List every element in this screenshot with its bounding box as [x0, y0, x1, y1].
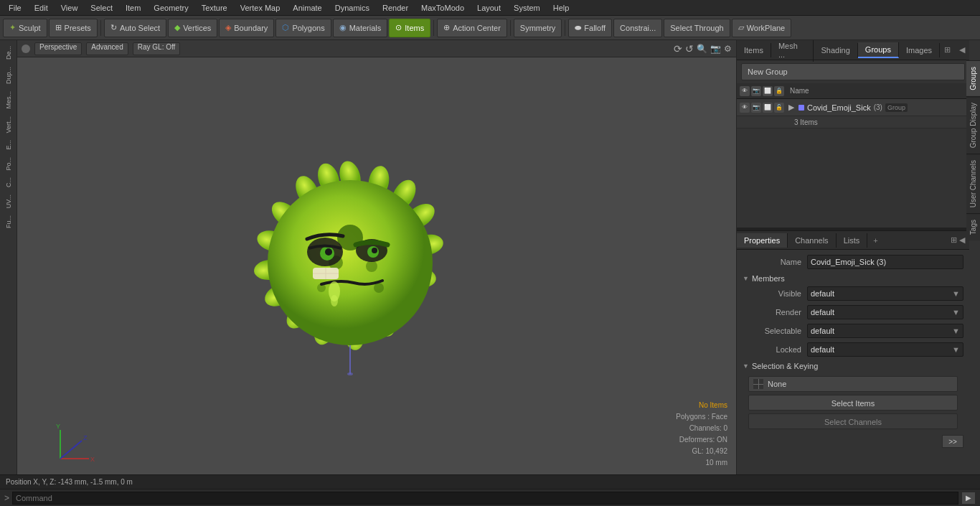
tab-collapse-icon[interactable]: ◀	[955, 42, 969, 57]
command-go-button[interactable]: ▶	[961, 492, 976, 505]
tab-images[interactable]: Images	[899, 43, 940, 57]
col-lock-icon[interactable]: 🔒	[774, 86, 784, 96]
workplane-button[interactable]: ▱ WorkPlane	[732, 19, 792, 37]
new-group-button[interactable]: New Group	[741, 63, 965, 80]
left-tab-5[interactable]: Po...	[4, 154, 14, 174]
menu-vertex-map[interactable]: Vertex Map	[235, 2, 286, 14]
auto-select-button[interactable]: ↻ Auto Select	[104, 19, 166, 37]
symmetry-button[interactable]: Symmetry	[514, 19, 562, 37]
col-visible-icon[interactable]: 👁	[740, 86, 750, 96]
menu-edit[interactable]: Edit	[29, 2, 54, 14]
expand-more-button[interactable]: >>	[942, 435, 963, 448]
menu-file[interactable]: File	[3, 2, 27, 14]
falloff-button[interactable]: ⬬ Falloff	[568, 19, 612, 37]
right-vtabs: Groups Group Display User Channels Tags	[966, 60, 980, 240]
viewport-settings-icon[interactable]: ⚙	[724, 44, 732, 54]
left-tab-0[interactable]: De...	[4, 43, 14, 62]
action-center-button[interactable]: ⊕ Action Center	[437, 19, 507, 37]
viewport-lock-icon[interactable]	[22, 44, 30, 53]
menu-help[interactable]: Help	[547, 2, 575, 14]
presets-button[interactable]: ⊞ Presets	[49, 19, 98, 37]
menu-maxtomodo[interactable]: MaxToModo	[415, 2, 470, 14]
command-input[interactable]	[12, 492, 958, 505]
select-through-button[interactable]: Select Through	[664, 19, 730, 37]
group-expand-icon[interactable]: ▶	[787, 103, 796, 112]
vtab-groups[interactable]: Groups	[966, 60, 980, 96]
select-items-button[interactable]: Select Items	[748, 395, 958, 411]
none-label: None	[768, 380, 786, 388]
members-section-header[interactable]: ▼ Members	[743, 274, 963, 283]
svg-text:Z: Z	[83, 434, 88, 441]
select-channels-button[interactable]: Select Channels	[748, 413, 958, 429]
col-icons: 👁 📷 ⬜ 🔒	[740, 86, 784, 96]
menu-texture[interactable]: Texture	[196, 2, 233, 14]
materials-icon: ◉	[339, 23, 347, 32]
name-row: Name	[743, 254, 963, 270]
left-tab-4[interactable]: E...	[4, 137, 14, 153]
left-tab-2[interactable]: Mes...	[4, 88, 14, 112]
left-tab-7[interactable]: UV...	[4, 192, 14, 211]
items-icon: ⊙	[395, 23, 402, 32]
menu-item[interactable]: Item	[120, 2, 146, 14]
workplane-icon: ▱	[738, 23, 744, 32]
col-selectable-icon[interactable]: ⬜	[763, 86, 773, 96]
left-tab-8[interactable]: Fu...	[4, 212, 14, 231]
viewport-reset-icon[interactable]: ↺	[685, 43, 694, 55]
props-tab-lists[interactable]: Lists	[837, 233, 868, 248]
none-button[interactable]: None	[748, 376, 958, 392]
viewport-camera-icon[interactable]: 📷	[710, 44, 721, 54]
name-input[interactable]	[807, 255, 963, 269]
tab-items[interactable]: Items	[737, 43, 771, 57]
left-tab-3[interactable]: Vert...	[4, 113, 14, 136]
tab-groups[interactable]: Groups	[858, 42, 899, 58]
vertices-button[interactable]: ◆ Vertices	[168, 19, 217, 37]
props-tab-channels[interactable]: Channels	[788, 233, 836, 248]
group-render-icon[interactable]: 📷	[751, 103, 761, 113]
vtab-tags[interactable]: Tags	[966, 213, 980, 240]
menu-view[interactable]: View	[55, 2, 84, 14]
raygl-button[interactable]: Ray GL: Off	[133, 42, 181, 55]
polygons-button[interactable]: ⬡ Polygons	[275, 19, 331, 37]
visible-select[interactable]: default ▼	[807, 286, 963, 301]
materials-button[interactable]: ◉ Materials	[333, 19, 388, 37]
menu-layout[interactable]: Layout	[471, 2, 507, 14]
perspective-button[interactable]: Perspective	[34, 42, 82, 55]
selectable-select[interactable]: default ▼	[807, 324, 963, 338]
constraints-button[interactable]: Constrai...	[613, 19, 662, 37]
group-lock-icon[interactable]: 🔓	[774, 103, 784, 113]
menu-dynamics[interactable]: Dynamics	[329, 2, 375, 14]
tab-shading[interactable]: Shading	[814, 43, 857, 57]
sel-keying-header[interactable]: ▼ Selection & Keying	[743, 362, 963, 370]
props-tab-properties[interactable]: Properties	[737, 233, 788, 248]
command-arrow-icon[interactable]: >	[4, 493, 9, 503]
boundary-button[interactable]: ◈ Boundary	[219, 19, 274, 37]
menu-system[interactable]: System	[508, 2, 546, 14]
props-tab-add[interactable]: +	[867, 233, 883, 248]
locked-select[interactable]: default ▼	[807, 342, 963, 357]
sculpt-button[interactable]: ✦ Sculpt	[3, 19, 47, 37]
viewport-search-icon[interactable]: 🔍	[697, 44, 707, 54]
render-select[interactable]: default ▼	[807, 305, 963, 319]
menu-render[interactable]: Render	[377, 2, 414, 14]
viewport-3d[interactable]: No Items Polygons : Face Channels: 0 Def…	[17, 57, 736, 474]
group-visible-icon[interactable]: 👁	[740, 103, 750, 113]
items-button[interactable]: ⊙ Items	[389, 19, 430, 37]
svg-point-43	[331, 295, 338, 306]
advanced-button[interactable]: Advanced	[86, 42, 128, 55]
viewport-rotate-icon[interactable]: ⟳	[674, 43, 682, 55]
col-render-icon[interactable]: 📷	[751, 86, 761, 96]
tab-expand-icon[interactable]: ⊞	[940, 42, 955, 57]
vtab-user-channels[interactable]: User Channels	[966, 154, 980, 213]
menu-select[interactable]: Select	[85, 2, 118, 14]
menu-geometry[interactable]: Geometry	[148, 2, 194, 14]
toolbar-sep-4	[565, 20, 565, 36]
vtab-group-display[interactable]: Group Display	[966, 96, 980, 154]
group-selectable-icon[interactable]: ⬜	[763, 103, 773, 113]
props-tabs: Properties Channels Lists + ⊞ ◀	[737, 231, 969, 250]
group-row-covid[interactable]: 👁 📷 ⬜ 🔓 ▶ Covid_Emoji_Sick (3) Group	[737, 99, 969, 116]
tab-mesh[interactable]: Mesh ...	[771, 40, 814, 62]
left-tab-6[interactable]: C...	[4, 174, 14, 190]
left-tab-1[interactable]: Dup...	[4, 64, 14, 87]
render-row: Render default ▼	[743, 304, 963, 320]
menu-animate[interactable]: Animate	[287, 2, 327, 14]
